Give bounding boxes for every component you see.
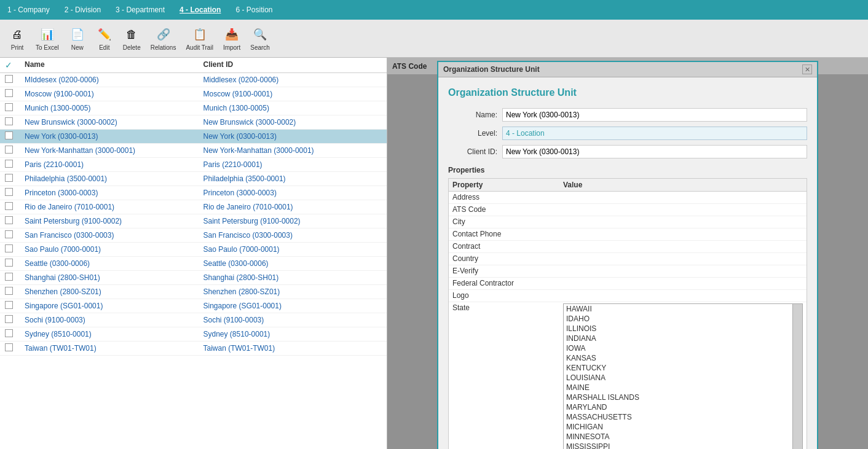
row-checkbox[interactable] bbox=[5, 103, 13, 111]
toolbar-btn-edit[interactable]: ✏️Edit bbox=[92, 25, 117, 52]
toolbar-btn-relations[interactable]: 🔗Relations bbox=[147, 25, 180, 52]
state-list-item[interactable]: IOWA bbox=[564, 343, 802, 353]
list-row[interactable]: Rio de Janeiro (7010-0001) Rio de Janeir… bbox=[0, 200, 387, 214]
search-icon: 🔍 bbox=[251, 26, 269, 43]
list-row[interactable]: Sao Paulo (7000-0001) Sao Paulo (7000-00… bbox=[0, 243, 387, 257]
state-list-item[interactable]: MARYLAND bbox=[564, 402, 802, 412]
list-row[interactable]: Sydney (8510-0001) Sydney (8510-0001) bbox=[0, 327, 387, 342]
list-panel: ✓ Name Client ID MIddesex (0200-0006) Mi… bbox=[0, 58, 387, 449]
list-row[interactable]: Saint Petersburg (9100-0002) Saint Peter… bbox=[0, 214, 387, 228]
state-list-item[interactable]: MAINE bbox=[564, 383, 802, 392]
row-checkbox[interactable] bbox=[5, 329, 13, 337]
row-checkbox[interactable] bbox=[5, 160, 13, 168]
list-row[interactable]: Moscow (9100-0001) Moscow (9100-0001) bbox=[0, 87, 387, 101]
row-checkbox[interactable] bbox=[5, 343, 13, 351]
list-row[interactable]: Sochi (9100-0003) Sochi (9100-0003) bbox=[0, 313, 387, 327]
toolbar-btn-search[interactable]: 🔍Search bbox=[247, 25, 274, 52]
row-name: MIddesex (0200-0006) bbox=[25, 76, 203, 84]
state-list-item[interactable]: MINNESOTA bbox=[564, 432, 802, 442]
state-list-item[interactable]: MICHIGAN bbox=[564, 422, 802, 432]
row-checkbox-col bbox=[5, 343, 25, 353]
state-list-item[interactable]: MARSHALL ISLANDS bbox=[564, 392, 802, 402]
state-list-item[interactable]: HAWAII bbox=[564, 304, 802, 314]
check-all-icon[interactable]: ✓ bbox=[5, 60, 12, 70]
row-checkbox-col bbox=[5, 216, 25, 226]
row-checkbox[interactable] bbox=[5, 273, 13, 281]
state-list-item[interactable]: IDAHO bbox=[564, 314, 802, 324]
list-row[interactable]: Shenzhen (2800-SZ01) Shenzhen (2800-SZ01… bbox=[0, 285, 387, 299]
row-name: Taiwan (TW01-TW01) bbox=[25, 344, 203, 353]
state-list-item[interactable]: ILLINOIS bbox=[564, 324, 802, 334]
name-field-row: Name: bbox=[448, 108, 807, 122]
nav-tab-company[interactable]: 1 - Company bbox=[5, 4, 52, 15]
row-clientid: Middlesex (0200-0006) bbox=[203, 76, 382, 84]
list-row[interactable]: New York (0300-0013) New York (0300-0013… bbox=[0, 130, 387, 144]
right-area: ATS Code Organization Structure Unit ✕ O… bbox=[387, 58, 868, 449]
properties-title: Properties bbox=[448, 166, 807, 174]
row-clientid: Seattle (0300-0006) bbox=[203, 259, 382, 268]
row-checkbox[interactable] bbox=[5, 259, 13, 267]
row-clientid: New Brunswick (3000-0002) bbox=[203, 118, 382, 127]
list-row[interactable]: Singapore (SG01-0001) Singapore (SG01-00… bbox=[0, 299, 387, 313]
row-checkbox[interactable] bbox=[5, 174, 13, 182]
nav-tab-location[interactable]: 4 - Location bbox=[177, 4, 223, 15]
list-row[interactable]: Seattle (0300-0006) Seattle (0300-0006) bbox=[0, 257, 387, 271]
scrollbar[interactable] bbox=[792, 304, 802, 449]
row-checkbox[interactable] bbox=[5, 146, 13, 154]
row-clientid: Sao Paulo (7000-0001) bbox=[203, 245, 382, 254]
row-checkbox[interactable] bbox=[5, 301, 13, 309]
modal-close-button[interactable]: ✕ bbox=[802, 64, 812, 74]
list-row[interactable]: MIddesex (0200-0006) Middlesex (0200-000… bbox=[0, 73, 387, 87]
list-row[interactable]: Munich (1300-0005) Munich (1300-0005) bbox=[0, 101, 387, 115]
excel-icon: 📊 bbox=[39, 26, 56, 43]
row-checkbox[interactable] bbox=[5, 230, 13, 238]
state-list-item[interactable]: MISSISSIPPI bbox=[564, 442, 802, 449]
clientid-input[interactable] bbox=[502, 145, 807, 158]
main-layout: ✓ Name Client ID MIddesex (0200-0006) Mi… bbox=[0, 58, 868, 449]
row-checkbox[interactable] bbox=[5, 216, 13, 224]
row-name: Philadelphia (3500-0001) bbox=[25, 174, 203, 183]
toolbar-btn-delete[interactable]: 🗑Delete bbox=[119, 25, 144, 52]
prop-name: City bbox=[452, 217, 563, 226]
nav-tab-division[interactable]: 2 - Division bbox=[62, 4, 103, 15]
list-row[interactable]: San Francisco (0300-0003) San Francisco … bbox=[0, 228, 387, 243]
row-name: San Francisco (0300-0003) bbox=[25, 231, 203, 240]
prop-row: ATS Code bbox=[449, 204, 807, 216]
toolbar-btn-excel[interactable]: 📊To Excel bbox=[32, 25, 63, 52]
list-row[interactable]: New York-Manhattan (3000-0001) New York-… bbox=[0, 144, 387, 158]
state-list-item[interactable]: LOUISIANA bbox=[564, 373, 802, 383]
state-list-item[interactable]: MASSACHUSETTS bbox=[564, 412, 802, 422]
toolbar-btn-import[interactable]: 📥Import bbox=[219, 25, 244, 52]
toolbar-btn-print[interactable]: 🖨Print bbox=[5, 25, 30, 52]
list-row[interactable]: Shanghai (2800-SH01) Shanghai (2800-SH01… bbox=[0, 271, 387, 285]
list-row[interactable]: New Brunswick (3000-0002) New Brunswick … bbox=[0, 115, 387, 130]
list-rows-container: MIddesex (0200-0006) Middlesex (0200-000… bbox=[0, 73, 387, 356]
list-row[interactable]: Taiwan (TW01-TW01) Taiwan (TW01-TW01) bbox=[0, 342, 387, 356]
relations-label: Relations bbox=[151, 44, 176, 51]
state-list-container[interactable]: HAWAIIIDAHOILLINOISINDIANAIOWAKANSASKENT… bbox=[563, 303, 803, 449]
row-checkbox[interactable] bbox=[5, 117, 13, 125]
name-label: Name: bbox=[448, 111, 497, 119]
state-list-item[interactable]: INDIANA bbox=[564, 334, 802, 343]
toolbar-btn-new[interactable]: 📄New bbox=[65, 25, 90, 52]
toolbar-btn-audit[interactable]: 📋Audit Trail bbox=[182, 25, 216, 52]
row-checkbox[interactable] bbox=[5, 287, 13, 295]
state-list-item[interactable]: KANSAS bbox=[564, 353, 802, 363]
row-checkbox[interactable] bbox=[5, 202, 13, 210]
nav-tab-position[interactable]: 6 - Position bbox=[233, 4, 275, 15]
nav-tab-department[interactable]: 3 - Department bbox=[113, 4, 167, 15]
name-input[interactable] bbox=[502, 108, 807, 122]
row-checkbox-col bbox=[5, 75, 25, 85]
row-checkbox[interactable] bbox=[5, 244, 13, 252]
prop-row: City bbox=[449, 216, 807, 228]
row-checkbox[interactable] bbox=[5, 89, 13, 97]
row-checkbox[interactable] bbox=[5, 75, 13, 83]
row-checkbox[interactable] bbox=[5, 315, 13, 323]
row-checkbox[interactable] bbox=[5, 131, 13, 139]
list-row[interactable]: Philadelphia (3500-0001) Philadelphia (3… bbox=[0, 172, 387, 186]
row-checkbox-col bbox=[5, 259, 25, 268]
row-checkbox[interactable] bbox=[5, 188, 13, 196]
list-row[interactable]: Princeton (3000-0003) Princeton (3000-00… bbox=[0, 186, 387, 200]
state-list-item[interactable]: KENTUCKY bbox=[564, 363, 802, 373]
list-row[interactable]: Paris (2210-0001) Paris (2210-0001) bbox=[0, 158, 387, 172]
